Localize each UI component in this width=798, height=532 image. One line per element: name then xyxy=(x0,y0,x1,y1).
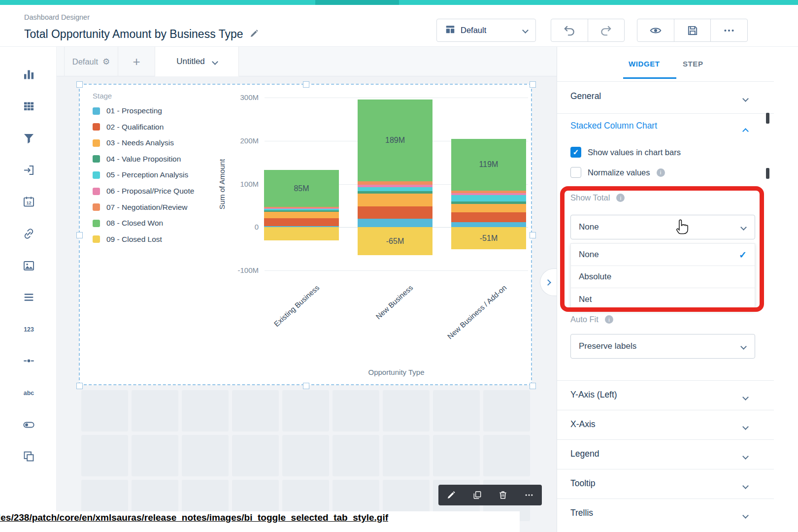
sidebar-item-range[interactable] xyxy=(18,351,39,372)
add-page-button[interactable]: + xyxy=(118,47,155,76)
legend-item[interactable]: 09 - Closed Lost xyxy=(93,235,162,244)
edit-title-icon[interactable] xyxy=(249,29,259,40)
bar-segment[interactable] xyxy=(264,208,339,209)
bar-segment[interactable] xyxy=(451,222,526,228)
bar-segment[interactable] xyxy=(264,207,339,208)
undo-button[interactable] xyxy=(551,19,588,41)
properties-panel: WIDGET STEP General Stacked Column Chart… xyxy=(557,47,798,532)
sidebar-item-text[interactable]: abc xyxy=(18,383,39,404)
sidebar-item-number[interactable]: 123 xyxy=(18,319,39,341)
bar-segment[interactable] xyxy=(451,201,526,204)
selection-handle[interactable] xyxy=(530,232,536,238)
save-button[interactable] xyxy=(674,19,711,41)
bar-segment[interactable] xyxy=(451,193,526,195)
tab-default-page[interactable]: Default ⚙ xyxy=(64,47,118,76)
expand-panel-button[interactable] xyxy=(540,268,557,296)
sidebar-item-link[interactable] xyxy=(18,224,39,245)
sidebar-item-list[interactable] xyxy=(18,287,39,309)
bar-value-label: 85M xyxy=(264,184,339,193)
bar-segment[interactable] xyxy=(264,210,339,212)
chart-widget-selected[interactable]: Stage 01 - Prospecting02 - Qualification… xyxy=(79,84,532,385)
bar-segment[interactable] xyxy=(358,187,432,192)
view-selector-button[interactable]: Default xyxy=(436,19,536,42)
bar-value-label: 119M xyxy=(451,160,526,169)
legend-item[interactable]: 04 - Value Proposition xyxy=(93,155,181,164)
bar-segment[interactable] xyxy=(451,204,526,213)
sidebar-item-container[interactable] xyxy=(18,446,39,468)
legend-item[interactable]: 05 - Perception Analysis xyxy=(93,170,188,179)
bar-segment[interactable] xyxy=(451,195,526,201)
duplicate-widget-button[interactable] xyxy=(469,487,486,503)
panel-section-tooltip[interactable]: Tooltip xyxy=(557,469,774,499)
header-actions-group xyxy=(637,19,748,42)
scrollbar-thumb[interactable] xyxy=(766,168,769,179)
redo-button[interactable] xyxy=(588,19,625,41)
panel-section-y-axis-left-[interactable]: Y-Axis (Left) xyxy=(557,381,774,410)
auto-fit-select[interactable]: Preserve labels xyxy=(570,334,755,359)
bar-segment[interactable] xyxy=(264,212,339,218)
info-icon[interactable]: i xyxy=(616,194,625,202)
gridline xyxy=(265,270,528,271)
chevron-right-icon xyxy=(545,279,551,286)
tab-widget[interactable]: WIDGET xyxy=(629,60,660,68)
bar-segment[interactable] xyxy=(358,206,432,219)
bar-segment[interactable] xyxy=(451,191,526,193)
more-actions-button[interactable] xyxy=(710,19,747,41)
tab-untitled-page[interactable]: Untitled xyxy=(155,47,239,76)
bar-segment[interactable] xyxy=(358,219,432,228)
selection-handle[interactable] xyxy=(76,232,83,238)
selection-handle[interactable] xyxy=(303,383,309,389)
link-icon xyxy=(22,227,35,242)
bar-segment[interactable] xyxy=(358,185,432,187)
sidebar-item-filter[interactable] xyxy=(18,128,39,150)
bar-segment[interactable] xyxy=(264,218,339,226)
show-total-option[interactable]: None✓ xyxy=(571,244,755,266)
legend-label: 04 - Value Proposition xyxy=(106,155,181,164)
legend-item[interactable]: 07 - Negotiation/Review xyxy=(93,203,188,212)
bar-segment[interactable] xyxy=(358,194,432,206)
panel-section-x-axis[interactable]: X-Axis xyxy=(557,410,774,439)
y-tick-label: 200M xyxy=(224,136,259,145)
info-icon[interactable]: i xyxy=(605,315,613,324)
delete-widget-button[interactable] xyxy=(495,487,511,503)
legend-item[interactable]: 03 - Needs Analysis xyxy=(93,138,174,147)
legend-item[interactable]: 08 - Closed Won xyxy=(93,219,163,228)
more-widget-button[interactable] xyxy=(521,487,537,503)
selection-handle[interactable] xyxy=(530,383,536,389)
preview-button[interactable] xyxy=(637,19,674,41)
legend-item[interactable]: 01 - Prospecting xyxy=(93,106,162,115)
show-total-option[interactable]: Net xyxy=(571,288,755,310)
bar-segment[interactable] xyxy=(264,227,339,240)
sidebar-item-date[interactable]: 12 xyxy=(18,192,39,213)
edit-widget-button[interactable] xyxy=(443,487,460,503)
selection-handle[interactable] xyxy=(530,81,536,88)
page-title: Total Opportunity Amount by Business Typ… xyxy=(24,28,243,41)
sidebar-item-navigate[interactable] xyxy=(18,160,39,182)
bar-segment[interactable] xyxy=(264,209,339,211)
scrollbar-thumb[interactable] xyxy=(766,113,769,124)
show-total-select[interactable]: None xyxy=(570,215,755,239)
sidebar-item-toggle[interactable] xyxy=(18,415,39,436)
legend-item[interactable]: 06 - Proposal/Price Quote xyxy=(93,187,194,196)
selection-handle[interactable] xyxy=(76,383,83,389)
panel-section-legend[interactable]: Legend xyxy=(557,440,774,469)
panel-section-trellis[interactable]: Trellis xyxy=(557,499,774,528)
bar-segment[interactable] xyxy=(358,191,432,193)
tab-step[interactable]: STEP xyxy=(683,60,703,68)
chevron-down-icon xyxy=(740,224,747,231)
selection-handle[interactable] xyxy=(76,81,83,88)
sidebar-item-chart[interactable] xyxy=(18,65,39,86)
legend-label: 02 - Qualification xyxy=(106,123,164,132)
bar-segment[interactable] xyxy=(358,181,432,185)
sidebar-item-image[interactable] xyxy=(18,256,39,277)
legend-item[interactable]: 02 - Qualification xyxy=(93,123,164,132)
selection-handle[interactable] xyxy=(303,81,309,88)
sidebar-item-table[interactable] xyxy=(18,97,39,118)
bar-segment[interactable] xyxy=(451,212,526,222)
grid-cell xyxy=(282,435,329,476)
info-icon[interactable]: i xyxy=(657,168,665,177)
checkbox-show-values[interactable]: ✓ Show values in chart bars xyxy=(570,147,681,158)
chevron-down-icon xyxy=(742,512,749,519)
checkbox-normalize-values[interactable]: Normalize values i xyxy=(570,167,665,178)
show-total-option[interactable]: Absolute xyxy=(571,266,755,288)
